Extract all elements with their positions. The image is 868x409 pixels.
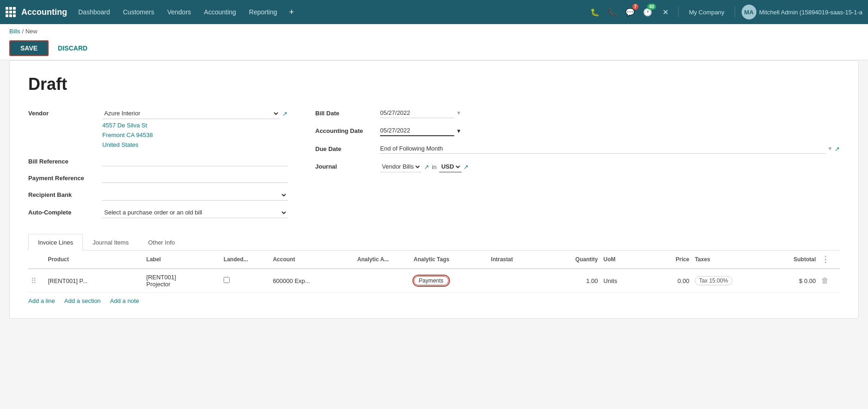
bill-reference-field (102, 156, 287, 166)
auto-complete-label: Auto-Complete (28, 207, 102, 216)
due-date-external-link-icon[interactable]: ↗ (835, 145, 840, 152)
bug-icon[interactable]: 🐛 (588, 6, 601, 19)
journal-select[interactable]: Vendor Bills (380, 161, 421, 172)
recipient-bank-select[interactable] (102, 189, 287, 201)
row-landed (221, 269, 270, 293)
main-content: Draft Vendor Azure Interior ↗ (0, 60, 868, 328)
accounting-date-dropdown-icon[interactable]: ▼ (456, 128, 462, 134)
row-intrastat[interactable] (488, 269, 552, 293)
add-section-link[interactable]: Add a section (64, 297, 101, 304)
vendor-addr1: 4557 De Silva St (102, 121, 287, 131)
breadcrumb-bar: Bills / New SAVE DISCARD (0, 24, 868, 60)
row-product[interactable]: [RENT001] P... (45, 269, 144, 293)
journal-field: Vendor Bills ↗ in USD ↗ (380, 161, 840, 172)
row-price[interactable]: 0.00 (650, 269, 692, 293)
bill-reference-label: Bill Reference (28, 156, 102, 165)
tab-journal-items[interactable]: Journal Items (83, 234, 138, 251)
vendor-select[interactable]: Azure Interior (102, 108, 280, 119)
row-account[interactable]: 600000 Exp... (270, 269, 354, 293)
table-menu-icon[interactable]: ⋮ (821, 255, 830, 264)
grid-icon[interactable] (6, 7, 16, 17)
messages-icon[interactable]: 💬 7 (624, 6, 637, 19)
add-note-link[interactable]: Add a note (110, 297, 139, 304)
breadcrumb-current: New (25, 28, 37, 35)
vendor-address: 4557 De Silva St Fremont CA 94538 United… (102, 121, 287, 150)
breadcrumb-parent[interactable]: Bills (9, 28, 20, 35)
clock-icon[interactable]: 🕐 40 (641, 6, 654, 19)
nav-customers[interactable]: Customers (118, 6, 160, 19)
row-analytic-a[interactable] (355, 269, 411, 293)
due-date-label: Due Date (315, 144, 380, 152)
accounting-date-row: Accounting Date ▼ (315, 126, 840, 136)
recipient-bank-field (102, 189, 287, 201)
currency-select[interactable]: USD (439, 161, 462, 172)
discard-button[interactable]: DISCARD (52, 41, 93, 55)
col-header-label: Label (144, 251, 221, 269)
recipient-bank-row: Recipient Bank (28, 189, 287, 201)
messages-badge: 7 (632, 4, 639, 10)
bill-date-input[interactable] (380, 108, 454, 118)
journal-in-label: in (432, 164, 437, 170)
tax-badge[interactable]: Tax 15.00% (695, 276, 732, 285)
currency-external-link-icon[interactable]: ↗ (463, 164, 468, 170)
accounting-date-input[interactable] (380, 126, 454, 136)
save-button[interactable]: SAVE (9, 40, 49, 56)
row-analytic-tags[interactable]: Payments (411, 269, 488, 293)
due-date-value[interactable]: End of Following Month (380, 144, 825, 154)
due-date-row: Due Date End of Following Month ▼ ↗ (315, 144, 840, 154)
auto-complete-row: Auto-Complete Select a purchase order or… (28, 207, 287, 218)
bill-reference-input[interactable] (102, 156, 287, 166)
due-date-dropdown-icon[interactable]: ▼ (827, 145, 833, 152)
bill-date-field: ▼ (380, 108, 840, 118)
col-header-sort (28, 251, 45, 269)
nav-add-button[interactable]: + (285, 5, 299, 20)
accounting-date-label: Accounting Date (315, 126, 380, 134)
delete-row-icon[interactable]: 🗑 (821, 277, 829, 284)
row-label-line2: Projector (146, 281, 218, 288)
payment-reference-label: Payment Reference (28, 173, 102, 182)
nav-reporting[interactable]: Reporting (244, 6, 283, 19)
col-header-taxes: Taxes (692, 251, 762, 269)
row-sort-handle[interactable]: ⠿ (28, 269, 45, 293)
nav-dashboard[interactable]: Dashboard (73, 6, 116, 19)
col-header-quantity: Quantity (551, 251, 600, 269)
row-quantity[interactable]: 1.00 (551, 269, 600, 293)
row-uom[interactable]: Units (601, 269, 650, 293)
add-line-link[interactable]: Add a line (28, 297, 55, 304)
user-name: Mitchell Admin (15894019-saas-15-1-a (759, 9, 862, 16)
tab-invoice-lines[interactable]: Invoice Lines (28, 234, 83, 251)
bill-reference-row: Bill Reference (28, 156, 287, 166)
row-landed-checkbox[interactable] (224, 277, 230, 283)
row-delete[interactable]: 🗑 (818, 269, 840, 293)
row-label: [RENT001] Projector (144, 269, 221, 293)
journal-external-link-icon[interactable]: ↗ (424, 164, 429, 170)
bill-date-row: Bill Date ▼ (315, 108, 840, 118)
vendor-external-link-icon[interactable]: ↗ (282, 110, 287, 117)
vendor-row: Vendor Azure Interior ↗ 4557 De Silva St… (28, 108, 287, 150)
form-left: Vendor Azure Interior ↗ 4557 De Silva St… (28, 108, 287, 225)
app-brand[interactable]: Accounting (6, 7, 67, 17)
nav-vendors[interactable]: Vendors (162, 6, 196, 19)
row-subtotal: $ 0.00 (762, 269, 818, 293)
accounting-date-field: ▼ (380, 126, 840, 136)
top-navigation: Accounting Dashboard Customers Vendors A… (0, 0, 868, 24)
settings-icon[interactable]: ✕ (659, 6, 672, 19)
row-taxes[interactable]: Tax 15.00% (692, 269, 762, 293)
bill-date-dropdown-icon[interactable]: ▼ (456, 110, 462, 116)
tab-other-info[interactable]: Other Info (138, 234, 185, 251)
col-header-actions: ⋮ (818, 251, 840, 269)
payment-reference-input[interactable] (102, 173, 287, 183)
bill-date-label: Bill Date (315, 108, 380, 117)
user-menu[interactable]: MA Mitchell Admin (15894019-saas-15-1-a (742, 5, 862, 19)
phone-icon[interactable]: 📞 (606, 6, 619, 19)
col-header-uom: UoM (601, 251, 650, 269)
action-bar: SAVE DISCARD (9, 38, 859, 60)
nav-accounting[interactable]: Accounting (199, 6, 242, 19)
auto-complete-field: Select a purchase order or an old bill (102, 207, 287, 218)
auto-complete-select[interactable]: Select a purchase order or an old bill (102, 207, 287, 218)
payments-tag[interactable]: Payments (414, 276, 449, 285)
invoice-lines-table: Product Label Landed... Account Analytic… (28, 251, 840, 293)
vendor-addr3: United States (102, 140, 287, 150)
journal-label: Journal (315, 161, 380, 170)
company-selector[interactable]: My Company (685, 9, 728, 16)
